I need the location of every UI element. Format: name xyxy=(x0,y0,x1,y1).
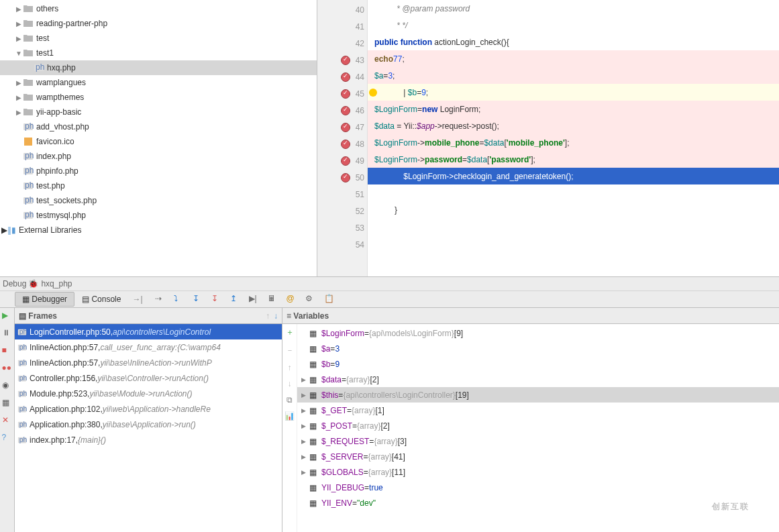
expand-arrow-icon[interactable]: ▶ xyxy=(301,438,309,445)
force-step-into-icon[interactable]: ↧ xyxy=(211,294,222,305)
code-line[interactable]: $LoginForm->mobile_phone=$data['mobile_p… xyxy=(368,134,779,151)
expand-arrow-icon[interactable]: ▶ xyxy=(15,5,23,13)
tree-item[interactable]: ▼test1 xyxy=(0,46,317,60)
code-line[interactable]: * @param password xyxy=(368,0,779,17)
tree-item[interactable]: phptest.php xyxy=(0,178,317,193)
stack-frame[interactable]: phpindex.php:17, {main}() xyxy=(15,432,282,447)
tree-item[interactable]: phptest_sockets.php xyxy=(0,193,317,208)
expand-arrow-icon[interactable]: ▶ xyxy=(15,20,23,28)
breakpoint-icon[interactable] xyxy=(341,56,350,65)
help-icon[interactable]: ? xyxy=(2,433,13,443)
variable-entry[interactable]: ▦$LoginForm = {api\models\LoginForm} [9] xyxy=(297,325,779,341)
gutter-line[interactable]: 48 xyxy=(317,136,367,152)
gutter-line[interactable]: 50 xyxy=(317,169,367,186)
lightbulb-icon[interactable] xyxy=(369,89,377,97)
stack-frame[interactable]: phpController.php:156, yii\base\Controll… xyxy=(15,370,282,386)
layout-icon[interactable]: ▦ xyxy=(2,398,13,409)
stack-frame[interactable]: phpLoginController.php:50, api\controlle… xyxy=(15,324,282,339)
copy-icon[interactable]: ⧉ xyxy=(287,395,293,405)
breakpoint-icon[interactable] xyxy=(341,173,350,182)
tree-item[interactable]: ▶test xyxy=(0,31,317,46)
add-watch-icon[interactable]: ＋ xyxy=(286,327,294,338)
frames-prev-icon[interactable]: ↑ xyxy=(266,311,270,321)
tab-console[interactable]: ▤ Console xyxy=(74,292,128,307)
mute-breakpoints-icon[interactable]: ◉ xyxy=(2,380,13,391)
variable-entry[interactable]: ▦$b = 9 xyxy=(297,356,779,372)
frames-list[interactable]: phpLoginController.php:50, api\controlle… xyxy=(15,324,282,532)
code-line[interactable]: echo 77; xyxy=(368,50,779,67)
show-execution-point-icon[interactable]: ⇢ xyxy=(155,294,166,305)
settings-icon[interactable]: ⚙ xyxy=(305,294,316,305)
variable-entry[interactable]: ▶▦$this = {api\controllers\LoginControll… xyxy=(297,387,779,403)
expand-arrow-icon[interactable]: ▶ xyxy=(301,469,309,476)
pause-icon[interactable]: ⏸ xyxy=(2,328,13,339)
gutter-line[interactable]: 44 xyxy=(317,68,367,85)
variable-entry[interactable]: ▶▦$_GET = {array} [1] xyxy=(297,403,779,418)
step-out-icon[interactable]: ↥ xyxy=(230,294,241,305)
step-into-icon[interactable]: ↧ xyxy=(193,294,203,305)
gutter-line[interactable]: 53 xyxy=(317,219,367,236)
breakpoint-icon[interactable] xyxy=(341,72,350,82)
tree-item[interactable]: phphxq.php xyxy=(0,60,317,75)
pin-icon[interactable]: 📋 xyxy=(324,294,335,305)
gutter-line[interactable]: 54 xyxy=(317,236,367,253)
gutter-line[interactable]: 45 xyxy=(317,85,367,102)
variable-entry[interactable]: ▶▦$_POST = {array} [2] xyxy=(297,418,779,433)
expand-arrow-icon[interactable]: ▶ xyxy=(301,376,309,383)
breakpoint-icon[interactable] xyxy=(341,156,350,166)
tree-item[interactable]: ▶yii-app-basic xyxy=(0,105,317,119)
stack-frame[interactable]: phpApplication.php:102, yii\web\Applicat… xyxy=(15,401,282,417)
resume-icon[interactable]: ▶ xyxy=(2,311,13,321)
breakpoint-icon[interactable] xyxy=(341,140,350,149)
gutter-line[interactable]: 42 xyxy=(317,35,367,52)
expand-arrow-icon[interactable]: ▼ xyxy=(15,50,23,57)
tree-item[interactable]: phpadd_vhost.php xyxy=(0,119,317,134)
editor-gutter[interactable]: 404142434445464748495051525354 xyxy=(317,0,368,276)
expand-arrow-icon[interactable]: ▶ xyxy=(301,423,309,429)
code-line[interactable] xyxy=(368,235,779,252)
code-line[interactable]: $LoginForm->checklogin_and_generatetoken… xyxy=(368,168,779,184)
stack-frame[interactable]: phpApplication.php:380, yii\base\Applica… xyxy=(15,417,282,432)
code-line[interactable]: } xyxy=(368,201,779,218)
tree-item[interactable]: ▶others xyxy=(0,1,317,16)
tree-item[interactable]: phptestmysql.php xyxy=(0,208,317,223)
tree-item[interactable]: ▶reading-partner-php xyxy=(0,16,317,31)
code-editor[interactable]: * @param password * */ public function a… xyxy=(368,0,779,276)
variable-entry[interactable]: ▦$a = 3 xyxy=(297,341,779,356)
expand-arrow-icon[interactable]: ▶ xyxy=(301,407,309,414)
tree-item[interactable]: phpindex.php xyxy=(0,149,317,164)
expand-arrow-icon[interactable]: ▶ xyxy=(1,225,7,235)
breakpoint-icon[interactable] xyxy=(341,123,350,132)
gutter-line[interactable]: 40 xyxy=(317,1,367,18)
variable-entry[interactable]: ▶▦$GLOBALS = {array} [11] xyxy=(297,464,779,480)
tree-item[interactable]: ▶wamplangues xyxy=(0,75,317,90)
gutter-line[interactable]: 46 xyxy=(317,102,367,119)
code-line[interactable]: public function actionLogin_check(){ xyxy=(368,34,779,50)
breakpoint-icon[interactable] xyxy=(341,106,350,115)
tree-item[interactable]: phpphpinfo.php xyxy=(0,164,317,178)
gutter-line[interactable]: 41 xyxy=(317,18,367,35)
gutter-line[interactable]: 49 xyxy=(317,152,367,169)
code-line[interactable]: * */ xyxy=(368,17,779,34)
at-icon[interactable]: @ xyxy=(287,294,297,305)
gutter-line[interactable]: 51 xyxy=(317,186,367,203)
code-line[interactable]: $LoginForm->password=$data['password']; xyxy=(368,151,779,168)
stack-frame[interactable]: phpModule.php:523, yii\base\Module->runA… xyxy=(15,386,282,401)
tree-item[interactable]: ▶wampthemes xyxy=(0,90,317,105)
expand-arrow-icon[interactable]: ▶ xyxy=(301,392,309,398)
expand-arrow-icon[interactable]: ▶ xyxy=(15,94,23,101)
view-breakpoints-icon[interactable]: ●● xyxy=(2,363,13,374)
tab-debugger[interactable]: ▦ Debugger xyxy=(15,292,74,307)
code-line[interactable]: $data = Yii::$app->request->post(); xyxy=(368,117,779,134)
external-libraries[interactable]: ▶‖▮External Libraries xyxy=(0,223,317,237)
expand-arrow-icon[interactable]: ▶ xyxy=(301,454,309,460)
variable-entry[interactable]: ▶▦$_REQUEST = {array} [3] xyxy=(297,433,779,449)
code-line[interactable]: | $b=9; xyxy=(368,84,779,101)
gutter-line[interactable]: 43 xyxy=(317,52,367,68)
run-to-cursor-icon[interactable]: ▶| xyxy=(249,294,260,305)
stop-icon[interactable]: ■ xyxy=(2,345,13,356)
code-line[interactable]: $LoginForm=new LoginForm; xyxy=(368,101,779,117)
stack-frame[interactable]: phpInlineAction.php:57, yii\base\InlineA… xyxy=(15,355,282,370)
code-line[interactable]: $a=3; xyxy=(368,67,779,84)
stack-frame[interactable]: phpInlineAction.php:57, call_user_func_a… xyxy=(15,339,282,355)
